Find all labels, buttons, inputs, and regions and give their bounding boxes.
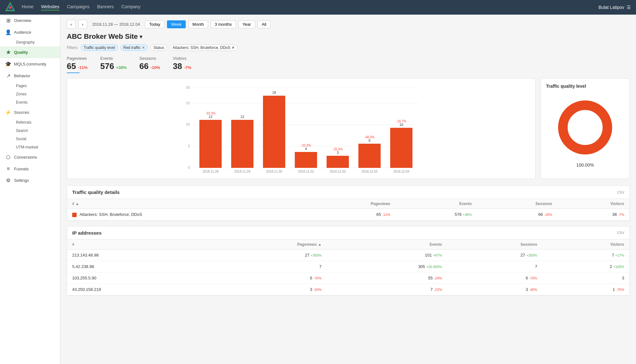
ip-th-sessions: Sessions	[447, 240, 542, 250]
sidebar-item-conversions[interactable]: ⬡ Conversions	[0, 151, 60, 163]
period-week[interactable]: Week	[167, 20, 186, 28]
donut-container: Traffic quality level 100.00%	[541, 78, 630, 179]
sidebar-label-conversions: Conversions	[14, 155, 37, 160]
svg-text:18: 18	[272, 91, 276, 94]
svg-text:2018.11.28: 2018.11.28	[203, 170, 218, 173]
filter-chip-red[interactable]: Red traffic ✕	[121, 45, 148, 51]
stat-visitors-label: Visitors	[173, 56, 191, 61]
bar-3	[263, 96, 285, 168]
sidebar-item-mql5[interactable]: 🎓 MQL5.community	[0, 58, 60, 70]
sidebar-item-overview[interactable]: ⊞ Overview	[0, 15, 60, 26]
ip-visitors: 3	[542, 272, 629, 284]
th-visitors: Visitors	[557, 199, 629, 209]
sidebar-item-settings[interactable]: ⚙ Settings	[0, 175, 60, 186]
stat-events-value: 576	[100, 61, 114, 71]
ip-visitors: 7 +17%	[542, 249, 629, 261]
stat-pageviews-label: Pageviews	[67, 56, 87, 61]
sidebar-item-utm[interactable]: UTM-marked	[13, 143, 60, 151]
sidebar: ⊞ Overview 👤 Audience Geography ★ Qualit…	[0, 15, 60, 364]
filter-status-chip[interactable]: Attackers: SSH, Bruteforce, DDoS ✕	[169, 45, 238, 51]
sidebar-label-audience: Audience	[14, 30, 31, 35]
next-button[interactable]: ›	[78, 20, 87, 29]
ip-address: 103.255.5.90	[67, 272, 205, 284]
filter-status-chip-remove[interactable]: ✕	[232, 45, 235, 50]
sidebar-label-search: Search	[16, 128, 28, 133]
site-dropdown-icon[interactable]: ▾	[140, 34, 142, 40]
filter-status-chip-text: Attackers: SSH, Bruteforce, DDoS	[172, 45, 230, 50]
nav-home[interactable]: Home	[22, 4, 33, 10]
svg-text:2018.12.03: 2018.12.03	[362, 170, 377, 173]
svg-point-2	[9, 6, 11, 9]
sidebar-item-pages[interactable]: Pages	[13, 82, 60, 90]
svg-text:2018.11.29: 2018.11.29	[234, 170, 250, 173]
filter-chip-quality[interactable]: Traffic quality level	[81, 45, 118, 51]
stat-sessions: Sessions 66 -10%	[139, 56, 160, 73]
sidebar-label-events: Events	[16, 100, 28, 105]
bar-chart-container: 0 5 10 15 20 12 -33.3%	[67, 78, 536, 179]
donut-percentage: 100.00%	[576, 162, 594, 168]
period-year[interactable]: Year	[238, 20, 255, 28]
svg-text:4: 4	[305, 147, 307, 151]
stats-row: Pageviews 65 -11% Events 576 +38% Sessio…	[67, 56, 630, 73]
sidebar-label-funnels: Funnels	[14, 167, 29, 171]
ip-events: 101 +87%	[327, 249, 447, 261]
site-title-text: ABC Broker Web Site	[67, 32, 138, 41]
row-sessions-delta: -10%	[544, 213, 552, 216]
nav-company[interactable]: Company	[121, 4, 141, 10]
sidebar-item-sources[interactable]: ⚡ Sources	[0, 106, 60, 118]
user-menu-icon[interactable]: ☰	[627, 5, 631, 10]
nav-links: Home Websites Campaigns Banners Company	[22, 4, 598, 10]
nav-banners[interactable]: Banners	[97, 4, 114, 10]
sidebar-item-funnels[interactable]: ≡ Funnels	[0, 163, 60, 175]
traffic-quality-table: Traffic quality details CSV # ▲ Pageview…	[67, 185, 630, 221]
svg-text:-33.3%: -33.3%	[205, 112, 216, 115]
th-pageviews: Pageviews	[307, 199, 395, 209]
period-3months[interactable]: 3 months	[211, 20, 236, 28]
sidebar-item-behavior[interactable]: ↗ Behavior	[0, 70, 60, 82]
behavior-icon: ↗	[5, 73, 11, 79]
ip-sessions: 6 -70%	[447, 272, 542, 284]
ip-address: 43.250.158.219	[67, 284, 205, 295]
traffic-quality-title: Traffic quality details	[72, 189, 120, 195]
sidebar-item-quality[interactable]: ★ Quality	[0, 46, 60, 58]
sidebar-item-social[interactable]: Social	[13, 135, 60, 143]
ip-pageviews: 27 +350%	[205, 249, 327, 261]
nav-campaigns[interactable]: Campaigns	[67, 4, 90, 10]
user-name: Bulat Latipov	[598, 5, 624, 10]
ip-th-hash: #	[67, 240, 205, 250]
row-events-delta: +38%	[463, 213, 472, 216]
period-today[interactable]: Today	[145, 20, 164, 28]
quality-icon: ★	[5, 49, 11, 55]
traffic-quality-csv[interactable]: CSV	[617, 190, 624, 194]
sidebar-item-zones[interactable]: Zones	[13, 90, 60, 98]
sidebar-label-pages: Pages	[16, 84, 27, 88]
sidebar-item-events[interactable]: Events	[13, 98, 60, 106]
sidebar-item-search[interactable]: Search	[13, 127, 60, 135]
row-events: 576 +38%	[395, 209, 477, 221]
period-all[interactable]: All	[258, 20, 270, 28]
sidebar-label-utm: UTM-marked	[16, 145, 38, 149]
filter-chip-red-remove[interactable]: ✕	[142, 45, 145, 50]
header-bar: ‹ › 2018.11.28 — 2018.12.04 Today Week M…	[67, 20, 630, 29]
nav-websites[interactable]: Websites	[41, 4, 59, 10]
prev-button[interactable]: ‹	[67, 20, 76, 29]
ip-visitors: 1 -75%	[542, 284, 629, 295]
sidebar-sub-audience: Geography	[0, 38, 60, 46]
sidebar-label-referrals: Referrals	[16, 120, 31, 125]
svg-text:10: 10	[399, 123, 403, 127]
ip-addresses-table: IP addresses CSV # Pageviews ▲ Events Se…	[67, 226, 630, 296]
sidebar-item-referrals[interactable]: Referrals	[13, 118, 60, 127]
sidebar-sub-sources: Referrals Search Social UTM-marked	[0, 118, 60, 151]
bar-2	[231, 120, 253, 168]
sidebar-item-audience[interactable]: 👤 Audience	[0, 26, 60, 38]
row-pageviews-delta: -11%	[382, 213, 391, 216]
ip-th-pageviews[interactable]: Pageviews ▲	[205, 240, 327, 250]
sidebar-label-sources: Sources	[14, 110, 29, 115]
ip-addresses-csv[interactable]: CSV	[617, 231, 624, 235]
svg-text:12: 12	[209, 115, 212, 119]
svg-text:2018.12.01: 2018.12.01	[298, 170, 314, 173]
stat-pageviews-value: 65	[67, 61, 76, 71]
period-month[interactable]: Month	[188, 20, 208, 28]
filters-row: Filters: Traffic quality level Red traff…	[67, 45, 630, 51]
sidebar-item-geography[interactable]: Geography	[13, 38, 60, 46]
